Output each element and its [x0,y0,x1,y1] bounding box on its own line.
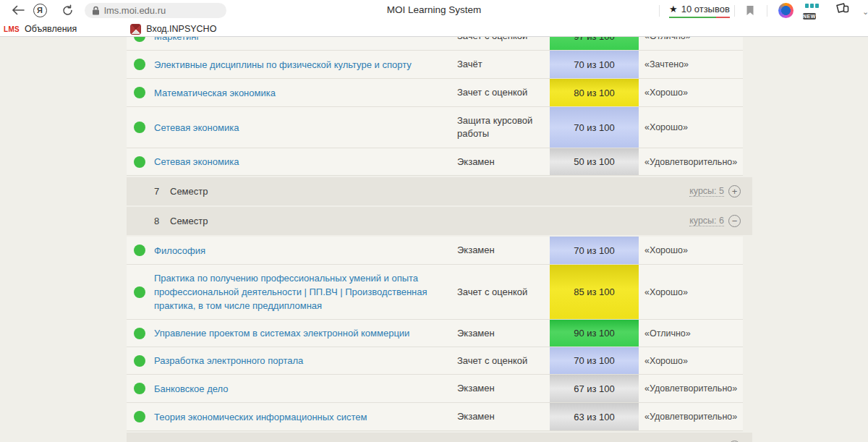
course-link[interactable]: Банковское дело [154,382,457,396]
course-link[interactable]: Управление проектом в системах электронн… [154,326,457,340]
grade-text: «Хорошо» [644,287,743,297]
dot-cell [127,411,154,422]
lms-page-content: Маркетинг Зачет с оценкой 97 из 100 «Отл… [0,37,868,442]
bookmark-item-announcements[interactable]: LMS Объявления [0,21,81,37]
exam-type: Защита курсовой работы [457,114,550,140]
exam-type: Зачет с оценкой [457,37,550,43]
refresh-button[interactable] [59,2,75,18]
score-cell: 80 из 100 [550,79,639,106]
dot-cell [127,286,154,298]
courses-count-link[interactable]: курсы: 6 [689,216,724,226]
status-dot-icon [134,328,145,339]
score-cell: 70 из 100 [550,51,639,78]
star-icon: ★ [669,4,678,14]
status-dot-icon [134,37,145,42]
reviews-count: 10 отзывов [681,4,730,14]
course-row: Управление проектом в системах электронн… [127,320,743,347]
course-row: Разработка электронного портала Зачет с … [127,347,743,375]
site-rating[interactable]: ★ 10 отзывов [669,4,730,18]
expand-icon[interactable]: + [728,185,741,197]
grades-table: Маркетинг Зачет с оценкой 97 из 100 «Отл… [127,37,752,442]
bookmark-label: Объявления [25,24,77,34]
bookmark-flag-button[interactable] [742,2,758,18]
grade-text: «Удовлетворительно» [644,157,743,167]
dot-cell [127,328,154,339]
bookmark-label: Вход.INPSYCHO [146,24,216,34]
course-link[interactable]: Маркетинг [154,37,457,43]
course-row: Маркетинг Зачет с оценкой 97 из 100 «Отл… [127,37,743,51]
toolbar-divider [734,5,735,17]
dot-cell [127,59,154,70]
back-arrow-icon [12,5,25,15]
course-row: Философия Экзамен 70 из 100 «Хорошо» [127,237,743,265]
course-link[interactable]: Математическая экономика [154,86,457,100]
status-dot-icon [134,122,145,133]
grade-text: «Хорошо» [644,88,743,98]
grade-text: «Зачтено» [644,59,743,69]
courses-count-link[interactable]: курсы: 5 [689,186,724,197]
new-badge: NEW [803,13,816,20]
address-bar[interactable]: lms.moi.edu.ru [85,3,226,18]
dot-cell [127,37,154,42]
grade-text: «Хорошо» [644,122,743,132]
course-row: Элективные дисциплины по физической куль… [127,51,743,79]
status-dot-icon [134,156,145,168]
semester-controls: курсы: 6 − [689,215,741,227]
course-row: Сетевая экономика Защита курсовой работы… [127,107,743,148]
course-row: Теория экономических информационных сист… [127,403,743,431]
toolbar-divider [767,5,767,17]
browser-chrome: Я lms.moi.edu.ru MOI Learning System ★ 1… [0,0,868,37]
grade-text: «Хорошо» [644,356,743,366]
back-button[interactable] [10,2,26,18]
extension-browser-icon[interactable] [778,3,793,18]
status-dot-icon [134,286,145,298]
lms-favicon: LMS [4,25,20,33]
extension-new-icon[interactable]: NEW [803,3,820,19]
course-row: Математическая экономика Зачет с оценкой… [127,79,743,107]
exam-type: Экзамен [457,156,550,169]
semester-number: 8 [154,216,163,226]
score-cell: 63 из 100 [550,403,639,430]
shield-favicon-icon [130,24,141,35]
semester-row: 8 Семестр курсы: 6 − [127,207,752,235]
exam-type: Зачёт [457,58,550,71]
dot-cell [127,245,154,256]
exam-type: Экзамен [457,244,550,257]
course-link[interactable]: Сетевая экономика [154,155,457,169]
semester-row: 9 Семестр (текущий) + [127,433,752,442]
score-cell: 85 из 100 [550,265,639,319]
score-cell: 70 из 100 [550,237,639,264]
exam-type: Экзамен [457,327,550,340]
course-link[interactable]: Разработка электронного портала [154,354,457,367]
score-cell: 97 из 100 [550,37,639,50]
toolbar-divider [659,5,660,17]
semester-label: Семестр [170,186,208,197]
status-dot-icon [134,245,145,256]
bookmarks-bar: LMS Объявления Вход.INPSYCHO [0,21,868,37]
collections-glove-icon[interactable] [833,2,851,21]
status-dot-icon [134,355,145,367]
course-row: Банковское дело Экзамен 67 из 100 «Удовл… [127,375,743,403]
grade-text: «Удовлетворительно» [644,412,743,422]
dot-cell [127,355,154,367]
status-dot-icon [134,383,145,394]
course-link[interactable]: Сетевая экономика [154,121,457,135]
semester-label: Семестр [170,216,208,226]
yandex-icon: Я [33,4,47,17]
dot-cell [127,156,154,168]
exam-type: Зачет с оценкой [457,354,550,367]
extension-new-dots [803,4,820,8]
score-cell: 70 из 100 [550,107,639,148]
course-link[interactable]: Практика по получению профессиональных у… [154,271,457,313]
semester-number: 7 [154,186,163,197]
course-link[interactable]: Теория экономических информационных сист… [154,410,457,424]
exam-type: Экзамен [457,382,550,395]
lock-icon [92,6,100,15]
status-dot-icon [134,411,145,422]
course-link[interactable]: Элективные дисциплины по физической куль… [154,58,457,72]
course-link[interactable]: Философия [154,244,457,258]
bookmark-item-inpsycho[interactable]: Вход.INPSYCHO [126,21,221,37]
collapse-icon[interactable]: − [728,215,741,227]
course-row: Сетевая экономика Экзамен 50 из 100 «Удо… [127,148,743,176]
yandex-home-button[interactable]: Я [32,2,48,18]
